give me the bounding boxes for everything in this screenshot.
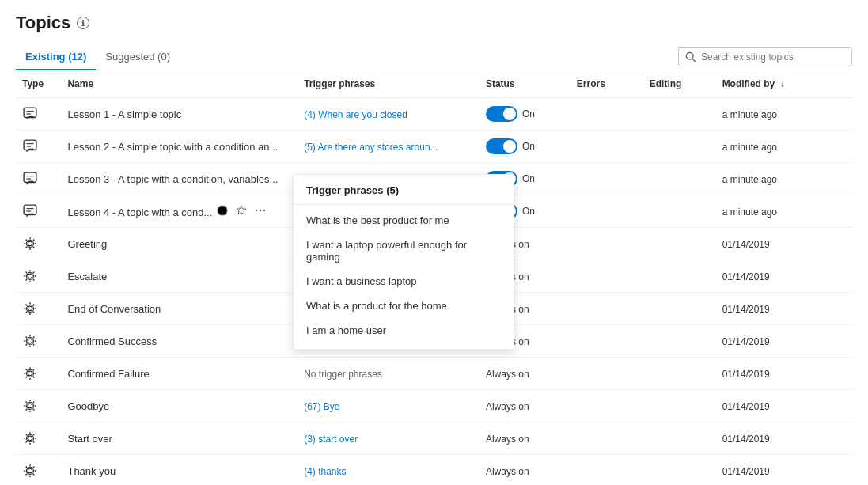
trigger-link[interactable]: (67) Bye — [304, 401, 339, 412]
gear-icon — [22, 333, 38, 349]
cell-modified: 01/14/2019 — [716, 260, 852, 293]
modified-value: 01/14/2019 — [722, 434, 770, 445]
popup-item[interactable]: I want a laptop powerful enough for gami… — [294, 233, 514, 269]
row-pin-icon[interactable] — [236, 205, 247, 218]
cell-status: Always on — [479, 390, 570, 422]
cell-modified: 01/14/2019 — [716, 358, 852, 390]
cell-modified: a minute ago — [716, 131, 852, 163]
cell-errors — [570, 131, 643, 163]
modified-value: a minute ago — [722, 207, 777, 218]
cell-name[interactable]: Confirmed Success — [61, 325, 298, 358]
cell-name[interactable]: Lesson 2 - A simple topic with a conditi… — [61, 131, 298, 163]
tab-suggested[interactable]: Suggested (0) — [96, 44, 180, 70]
cell-name[interactable]: Lesson 3 - A topic with a condition, var… — [61, 163, 298, 195]
col-header-status: Status — [479, 70, 570, 98]
cell-errors — [570, 325, 643, 358]
row-info-icon[interactable]: i — [217, 205, 228, 218]
cell-name[interactable]: End of Conversation — [61, 293, 298, 325]
always-on-label: Always on — [486, 466, 529, 477]
cell-trigger[interactable]: (5) Are there any stores aroun... — [298, 131, 479, 163]
cell-type — [16, 195, 61, 228]
cell-name[interactable]: Thank you — [61, 455, 298, 486]
always-on-label: Always on — [486, 401, 529, 412]
col-header-name: Name — [61, 70, 298, 98]
table-row: Lesson 2 - A simple topic with a conditi… — [16, 131, 852, 163]
cell-editing — [643, 131, 716, 163]
search-box[interactable] — [678, 47, 852, 66]
cell-name[interactable]: Escalate — [61, 260, 298, 293]
page-title-row: Topics ℹ — [16, 13, 852, 33]
gear-icon — [22, 463, 38, 479]
cell-modified: 01/14/2019 — [716, 422, 852, 455]
tab-existing[interactable]: Existing (12) — [16, 44, 96, 70]
trigger-link[interactable]: (4) When are you closed — [304, 109, 407, 120]
svg-rect-5 — [24, 140, 36, 150]
toggle-on[interactable] — [486, 106, 517, 122]
svg-point-18 — [263, 209, 265, 210]
always-on-label: Always on — [486, 434, 529, 445]
cell-type — [16, 131, 61, 163]
trigger-link[interactable]: (4) thanks — [304, 466, 346, 477]
cell-status: On — [479, 98, 570, 131]
svg-point-25 — [28, 339, 32, 343]
cell-type — [16, 422, 61, 455]
popup-item[interactable]: I want a business laptop — [294, 269, 514, 294]
cell-name[interactable]: Confirmed Failure — [61, 358, 298, 390]
table-row: Start over(3) start overAlways on01/14/2… — [16, 422, 852, 455]
cell-name[interactable]: Goodbye — [61, 390, 298, 422]
svg-text:i: i — [222, 208, 223, 215]
cell-type — [16, 260, 61, 293]
svg-point-0 — [686, 52, 693, 59]
svg-rect-2 — [24, 108, 36, 117]
cell-errors — [570, 293, 643, 325]
modified-value: 01/14/2019 — [722, 466, 770, 477]
svg-point-21 — [28, 274, 32, 278]
info-icon[interactable]: ℹ — [77, 17, 89, 29]
always-on-label: Always on — [486, 369, 529, 380]
cell-trigger[interactable]: (4) thanks — [298, 455, 479, 486]
popup-item[interactable]: What is a product for the home — [294, 294, 514, 318]
popup-items: What is the best product for meI want a … — [294, 208, 514, 343]
cell-type — [16, 163, 61, 195]
cell-trigger[interactable]: (67) Bye — [298, 390, 479, 422]
cell-errors — [570, 228, 643, 260]
cell-trigger[interactable]: (3) start over — [298, 422, 479, 455]
modified-value: 01/14/2019 — [722, 369, 770, 380]
popup-item[interactable]: I am a home user — [294, 318, 514, 343]
cell-errors — [570, 422, 643, 455]
cell-modified: a minute ago — [716, 163, 852, 195]
search-input[interactable] — [701, 51, 845, 63]
cell-type — [16, 358, 61, 390]
cell-trigger[interactable]: (4) When are you closed — [298, 98, 479, 131]
cell-modified: 01/14/2019 — [716, 293, 852, 325]
cell-type — [16, 293, 61, 325]
cell-modified: 01/14/2019 — [716, 325, 852, 358]
modified-value: 01/14/2019 — [722, 336, 770, 347]
cell-editing — [643, 455, 716, 486]
col-header-type: Type — [16, 70, 61, 98]
toggle-on[interactable] — [486, 138, 517, 154]
chat-icon — [22, 171, 38, 187]
cell-editing — [643, 293, 716, 325]
row-more-icon[interactable] — [255, 205, 266, 218]
col-header-modified[interactable]: Modified by ↓ — [716, 70, 852, 98]
cell-name[interactable]: Start over — [61, 422, 298, 455]
popup-item[interactable]: What is the best product for me — [294, 208, 514, 233]
gear-icon — [22, 398, 38, 414]
trigger-link[interactable]: (5) Are there any stores aroun... — [304, 142, 438, 153]
gear-icon — [22, 301, 38, 316]
table-header-row: Type Name Trigger phrases Status Errors … — [16, 70, 852, 98]
cell-editing — [643, 98, 716, 131]
topic-name: Lesson 4 - A topic with a cond... — [67, 207, 212, 218]
search-icon — [685, 51, 696, 63]
no-trigger-label: No trigger phrases — [304, 369, 382, 380]
trigger-link[interactable]: (3) start over — [304, 434, 358, 445]
cell-modified: a minute ago — [716, 98, 852, 131]
table-row: Lesson 1 - A simple topic(4) When are yo… — [16, 98, 852, 131]
cell-errors — [570, 358, 643, 390]
cell-name[interactable]: Greeting — [61, 228, 298, 260]
cell-type — [16, 390, 61, 422]
cell-name[interactable]: Lesson 1 - A simple topic — [61, 98, 298, 131]
modified-value: a minute ago — [722, 174, 777, 185]
modified-value: 01/14/2019 — [722, 239, 770, 250]
